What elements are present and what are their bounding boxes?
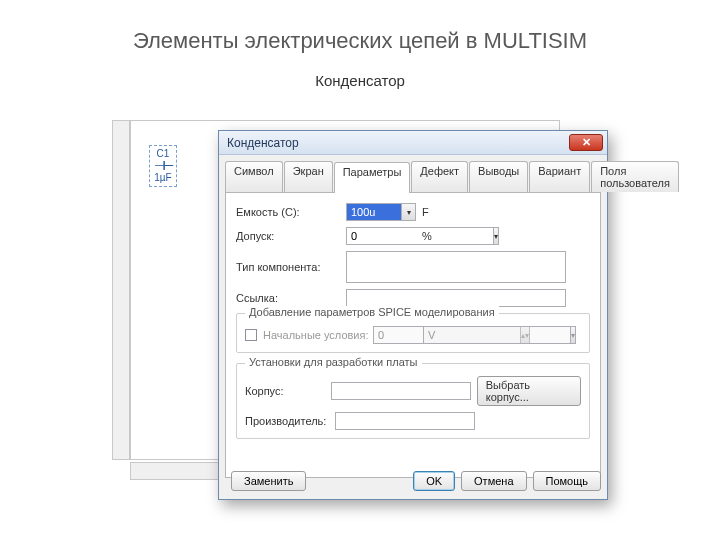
- pcb-group: Установки для разработки платы Корпус: В…: [236, 363, 590, 439]
- choose-footprint-button[interactable]: Выбрать корпус...: [477, 376, 581, 406]
- footprint-input[interactable]: [331, 382, 471, 400]
- titlebar[interactable]: Конденсатор ✕: [219, 131, 607, 155]
- chevron-down-icon[interactable]: ▾: [402, 203, 416, 221]
- ok-button[interactable]: OK: [413, 471, 455, 491]
- tab-defect[interactable]: Дефект: [411, 161, 468, 192]
- tolerance-unit: %: [422, 230, 436, 242]
- help-button[interactable]: Помощь: [533, 471, 602, 491]
- cancel-button[interactable]: Отмена: [461, 471, 526, 491]
- capacitance-unit: F: [422, 206, 436, 218]
- link-label: Ссылка:: [236, 292, 346, 304]
- replace-button[interactable]: Заменить: [231, 471, 306, 491]
- capacitor-icon: ⊣⊢: [154, 160, 172, 172]
- spice-legend: Добавление параметров SPICE моделировани…: [245, 306, 499, 318]
- tab-pane: Емкость (C): ▾ F Допуск: ▾ % Тип компоне…: [225, 192, 601, 478]
- dialog-title: Конденсатор: [227, 136, 299, 150]
- initial-conditions-label: Начальные условия:: [263, 329, 373, 341]
- capacitor-symbol[interactable]: C1 ⊣⊢ 1µF: [149, 145, 177, 187]
- tolerance-label: Допуск:: [236, 230, 346, 242]
- close-icon[interactable]: ✕: [569, 134, 603, 151]
- type-input[interactable]: [346, 251, 566, 283]
- pcb-legend: Установки для разработки платы: [245, 356, 422, 368]
- mfr-label: Производитель:: [245, 415, 335, 427]
- initial-conditions-checkbox[interactable]: [245, 329, 257, 341]
- capacitance-input[interactable]: [346, 203, 402, 221]
- type-label: Тип компонента:: [236, 261, 346, 273]
- tab-strip: Символ Экран Параметры Дефект Выводы Вар…: [219, 155, 607, 192]
- chevron-down-icon: ▾: [571, 326, 576, 344]
- capacitance-label: Емкость (C):: [236, 206, 346, 218]
- link-input[interactable]: [346, 289, 566, 307]
- mfr-input[interactable]: [335, 412, 475, 430]
- spice-group: Добавление параметров SPICE моделировани…: [236, 313, 590, 353]
- tab-screen[interactable]: Экран: [284, 161, 333, 192]
- ic-unit-input: [423, 326, 571, 344]
- footprint-label: Корпус:: [245, 385, 331, 397]
- tolerance-input[interactable]: [346, 227, 494, 245]
- tab-parameters[interactable]: Параметры: [334, 162, 411, 193]
- chevron-down-icon[interactable]: ▾: [494, 227, 499, 245]
- dialog-buttons: Заменить OK Отмена Помощь: [225, 471, 601, 491]
- slide-subtitle: Конденсатор: [0, 72, 720, 89]
- tab-userfields[interactable]: Поля пользователя: [591, 161, 679, 192]
- tab-pins[interactable]: Выводы: [469, 161, 528, 192]
- slide-title: Элементы электрических цепей в MULTISIM: [0, 28, 720, 54]
- capacitor-value: 1µF: [154, 172, 172, 184]
- tab-variant[interactable]: Вариант: [529, 161, 590, 192]
- tab-symbol[interactable]: Символ: [225, 161, 283, 192]
- properties-dialog: Конденсатор ✕ Символ Экран Параметры Деф…: [218, 130, 608, 500]
- ruler-vertical: [112, 120, 130, 460]
